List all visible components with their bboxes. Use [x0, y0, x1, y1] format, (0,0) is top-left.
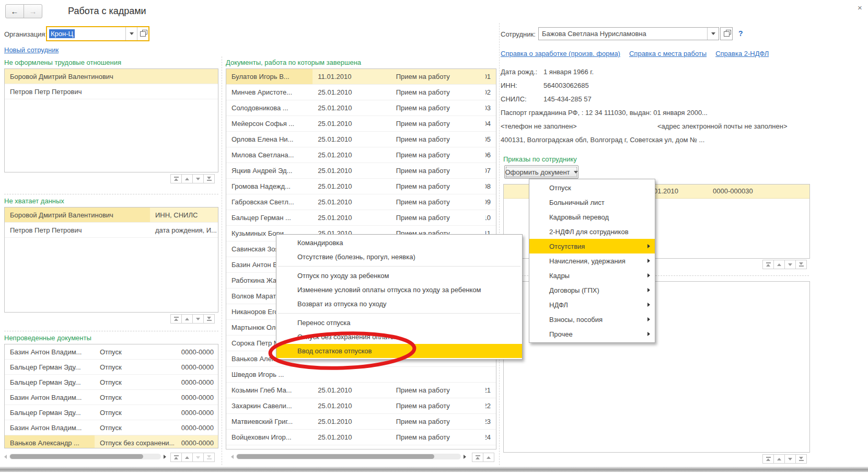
scroll-last-button[interactable]	[795, 454, 807, 464]
submenu-item[interactable]: Возврат из отпуска по уходу	[276, 297, 522, 311]
table-row[interactable]: Мейерсон Софья ... 25.01.2010 Прием на р…	[226, 116, 496, 132]
submenu-item[interactable]: Отсутствие (болезнь, прогул, неявка)	[276, 250, 522, 264]
table-row[interactable]: Матвиевский Григ... 25.01.2010 Прием на …	[226, 414, 496, 430]
table-row[interactable]: Бальцер Герман Эду... Отпуск 0000-0000	[5, 375, 218, 390]
menu-item[interactable]: Кадровый перевод	[529, 210, 655, 224]
employee-open-button[interactable]	[720, 27, 733, 40]
scroll-left-icon[interactable]	[231, 455, 234, 459]
scroll-last-button[interactable]	[203, 174, 215, 183]
create-document-button[interactable]: Оформить документ	[504, 165, 578, 179]
table-row[interactable]: Шведов Игорь ...	[226, 367, 496, 383]
scroll-next-button[interactable]	[784, 454, 796, 464]
submenu-item[interactable]: Командировка	[276, 236, 522, 250]
scroll-prev-button[interactable]	[773, 454, 785, 464]
employee-combobox[interactable]: Бажова Светлана Нурисламовна	[538, 27, 719, 40]
scrollbar-thumb[interactable]	[10, 454, 143, 459]
scroll-next-button[interactable]	[192, 453, 204, 462]
table-row[interactable]: Петров Петр Петрович	[5, 84, 218, 99]
unposted-documents-hscrollbar[interactable]	[4, 454, 166, 459]
close-icon[interactable]: ×	[858, 3, 862, 12]
organization-dropdown-button[interactable]	[125, 27, 137, 40]
menu-item[interactable]: Отсутствия	[529, 239, 655, 253]
document-number: 0000-000006	[485, 147, 496, 163]
submenu-item[interactable]: Отпуск без сохранения оплаты	[276, 330, 522, 344]
table-row[interactable]: Петров Петр Петрович дата рождения, И...	[5, 223, 218, 238]
scroll-last-button[interactable]	[203, 314, 215, 324]
table-row[interactable]: Габровская Светл... 25.01.2010 Прием на …	[226, 194, 496, 210]
table-row[interactable]: Боровой Дмитрий Валентинович	[5, 69, 218, 84]
submenu-item[interactable]: Перенос отпуска	[276, 316, 522, 330]
table-row[interactable]: Боровой Дмитрий Валентинович ИНН, СНИЛС	[5, 207, 218, 223]
table-row[interactable]: Базин Антон Владим... Отпуск 0000-0000	[5, 420, 218, 435]
organization-open-button[interactable]	[137, 27, 148, 40]
scroll-first-button[interactable]	[762, 260, 774, 269]
scroll-next-button[interactable]	[192, 314, 204, 324]
table-row[interactable]: Ваньков Александр ... Отпуск без сохране…	[5, 435, 218, 448]
scroll-first-button[interactable]	[170, 453, 182, 462]
forward-button[interactable]: →	[24, 4, 42, 18]
scroll-first-button[interactable]	[170, 314, 182, 324]
menu-item[interactable]: Договоры (ГПХ)	[529, 283, 655, 297]
scroll-next-button[interactable]	[192, 174, 204, 183]
submenu-item[interactable]	[276, 264, 522, 269]
missing-data-table[interactable]: Боровой Дмитрий Валентинович ИНН, СНИЛС …	[4, 207, 218, 313]
scroll-prev-button[interactable]	[483, 453, 494, 462]
submenu-item[interactable]: Ввод остатков отпусков	[276, 344, 522, 358]
menu-item[interactable]: Взносы, пособия	[529, 312, 655, 327]
menu-item[interactable]: Начисления, удержания	[529, 253, 655, 268]
scroll-next-button[interactable]	[784, 260, 796, 269]
scroll-prev-button[interactable]	[773, 260, 785, 269]
menu-item[interactable]: НДФЛ	[529, 297, 655, 312]
menu-item[interactable]: Больничный лист	[529, 195, 655, 210]
unposted-documents-table[interactable]: Базин Антон Владим... Отпуск 0000-0000 Б…	[4, 344, 218, 448]
scroll-left-icon[interactable]	[4, 455, 7, 459]
table-row[interactable]: Войцехович Игор... 25.01.2010 Прием на р…	[226, 430, 496, 445]
table-row[interactable]: Солодовникова ... 25.01.2010 Прием на ра…	[226, 100, 496, 116]
scroll-last-button[interactable]	[795, 260, 807, 269]
scroll-prev-button[interactable]	[181, 174, 193, 183]
back-button[interactable]: ←	[5, 4, 24, 18]
no-labor-relations-table[interactable]: Боровой Дмитрий Валентинович Петров Петр…	[4, 68, 218, 172]
scrollbar-thumb[interactable]	[237, 454, 434, 459]
table-row[interactable]: Бальцер Герман Эду... Отпуск 0000-0000	[5, 405, 218, 420]
table-row[interactable]: Булатов Игорь В... 11.01.2010 Прием на р…	[226, 69, 496, 85]
table-row[interactable]: Козьмин Глеб Ма... 25.01.2010 Прием на р…	[226, 383, 496, 398]
menu-item[interactable]: Прочее	[529, 327, 655, 341]
panel-splitter[interactable]	[222, 56, 222, 465]
completed-documents-hscrollbar[interactable]	[231, 454, 466, 459]
table-row[interactable]: Рязанова Елена ... 25.01.2010 Прием на р…	[226, 445, 496, 449]
menu-item[interactable]: Отпуск	[529, 180, 655, 195]
orders-detail-scroll-buttons	[763, 454, 807, 464]
table-row[interactable]: Базин Антон Владим... Отпуск 0000-0000	[5, 390, 218, 405]
scroll-prev-button[interactable]	[181, 314, 193, 324]
menu-item[interactable]: Кадры	[529, 268, 655, 283]
menu-item[interactable]: 2-НДФЛ для сотрудников	[529, 224, 655, 239]
scroll-prev-button[interactable]	[181, 453, 193, 462]
scroll-first-button[interactable]	[472, 453, 483, 462]
table-row[interactable]: Милова Светлана... 25.01.2010 Прием на р…	[226, 147, 496, 163]
table-row[interactable]: Громова Надежд... 25.01.2010 Прием на ра…	[226, 179, 496, 194]
table-row[interactable]: Орлова Елена Ни... 25.01.2010 Прием на р…	[226, 132, 496, 147]
table-row[interactable]: Бальцер Герман Эду... Отпуск 0000-0000	[5, 360, 218, 375]
scroll-first-button[interactable]	[170, 174, 182, 183]
submenu-item[interactable]	[276, 311, 522, 316]
submenu-item[interactable]: Отпуск по уходу за ребенком	[276, 269, 522, 283]
order-date: 01.2010	[654, 187, 678, 195]
earnings-certificate-link[interactable]: Справка о заработке (произв. форма)	[501, 50, 620, 57]
scroll-right-icon[interactable]	[164, 455, 166, 459]
help-icon[interactable]: ?	[738, 29, 743, 38]
workplace-certificate-link[interactable]: Справка с места работы	[629, 50, 707, 57]
organization-combobox[interactable]: Крон-Ц	[46, 26, 149, 41]
scroll-first-button[interactable]	[762, 454, 774, 464]
submenu-item[interactable]: Изменение условий оплаты отпуска по уход…	[276, 283, 522, 297]
table-row[interactable]: Бальцер Герман ... 25.01.2010 Прием на р…	[226, 210, 496, 226]
scroll-last-button[interactable]	[203, 453, 215, 462]
employee-dropdown-button[interactable]	[707, 28, 719, 40]
scroll-right-icon[interactable]	[464, 455, 466, 459]
table-row[interactable]: Минчев Аристоте... 25.01.2010 Прием на р…	[226, 85, 496, 100]
table-row[interactable]: Базин Антон Владим... Отпуск 0000-0000	[5, 344, 218, 360]
table-row[interactable]: Яцкив Андрей Эд... 25.01.2010 Прием на р…	[226, 163, 496, 179]
new-employee-link[interactable]: Новый сотрудник	[4, 46, 59, 54]
table-row[interactable]: Захаркин Савели... 25.01.2010 Прием на р…	[226, 398, 496, 414]
ndfl-certificate-link[interactable]: Справка 2-НДФЛ	[715, 50, 769, 57]
